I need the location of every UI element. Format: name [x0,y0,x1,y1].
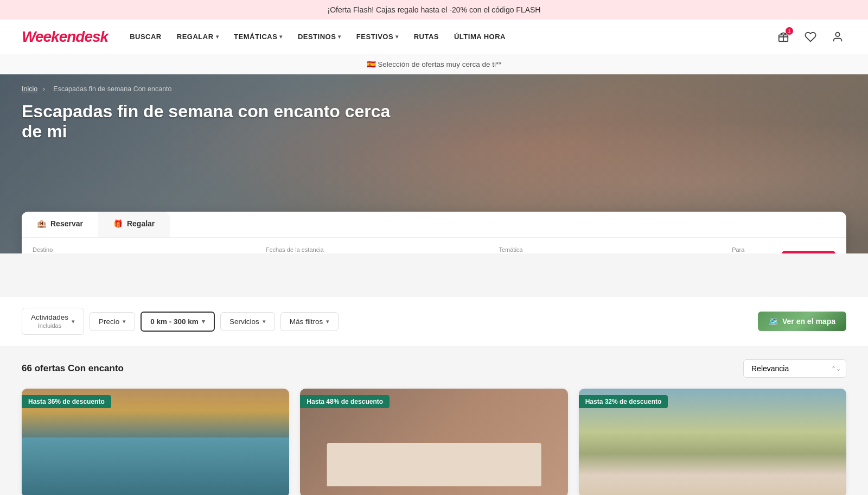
breadcrumb: Inicio › Escapadas fin de semana Con enc… [22,85,175,93]
filters-section: ActividadesIncluidas ▾ Precio ▾ 0 km - 3… [0,297,868,346]
offer-card[interactable]: Hasta 32% de descuento [579,389,846,495]
card-image-wrapper: Hasta 32% de descuento [579,389,846,495]
fechas-group: Fechas de la estancia 📅 Llegada – Salida [266,246,493,253]
chevron-down-icon: ▾ [263,318,266,325]
nav-item-buscar[interactable]: BUSCAR [130,33,162,41]
nav-icons: 1 [775,28,846,46]
flag-icon: 🇪🇸 [367,60,376,68]
discount-badge: Hasta 48% de descuento [300,395,390,408]
search-box: 🏨 Reservar 🎁 Regalar Destino 📍 A menos d… [22,212,846,253]
location-bar: 🇪🇸 Selección de ofertas muy cerca de ti*… [0,54,868,74]
account-button[interactable] [829,28,846,46]
wishlist-button[interactable] [802,28,819,46]
nav-item-festivos[interactable]: FESTIVOS ▾ [356,33,399,41]
results-section: 66 ofertas Con encanto Relevancia Precio… [0,346,868,495]
sort-wrapper: Relevancia Precio: menor a mayor Precio:… [743,359,846,378]
tab-reservar[interactable]: 🏨 Reservar [22,212,98,237]
filter-km-range[interactable]: 0 km - 300 km ▾ [141,312,215,332]
card-image-wrapper: Hasta 48% de descuento [300,389,567,495]
bed-decoration [327,443,541,486]
flash-banner: ¡Oferta Flash! Cajas regalo hasta el -20… [0,0,868,20]
nav-item-regalar[interactable]: REGALAR ▾ [177,33,219,41]
nav-item-tematicas[interactable]: TEMÁTICAS ▾ [234,33,283,41]
reservar-icon: 🏨 [37,219,46,228]
hero-title: Escapadas fin de semana con encanto cerc… [22,101,401,142]
para-group: Para 👥 2 [732,246,775,253]
tematica-label: Temática [499,246,725,253]
cart-badge: 1 [786,27,793,35]
map-icon: 🗺️ [769,317,778,326]
flash-banner-text: ¡Oferta Flash! Cajas regalo hasta el -20… [328,5,541,14]
chevron-down-icon: ▾ [123,318,126,325]
breadcrumb-current: Escapadas fin de semana Con encanto [53,85,171,93]
map-view-button[interactable]: 🗺️ Ver en el mapa [758,312,846,331]
logo[interactable]: Weekendesk [22,28,108,46]
cards-grid: Hasta 36% de descuento Hasta 48% de desc… [22,389,846,495]
destino-group: Destino 📍 A menos de 300km de Madrid [33,246,259,253]
filter-mas-filtros[interactable]: Más filtros ▾ [280,312,339,331]
breadcrumb-home[interactable]: Inicio [22,85,37,93]
chevron-down-icon: ▾ [279,34,283,40]
results-header: 66 ofertas Con encanto Relevancia Precio… [22,359,846,378]
para-label: Para [732,246,775,253]
chevron-down-icon: ▾ [326,318,329,325]
discount-badge: Hasta 32% de descuento [579,395,668,408]
chevron-down-icon: ▾ [72,318,75,325]
tab-regalar[interactable]: 🎁 Regalar [98,212,170,237]
offer-card[interactable]: Hasta 48% de descuento [300,389,567,495]
card-image-wrapper: Hasta 36% de descuento [22,389,289,495]
gift-button[interactable]: 1 [775,28,792,46]
svg-point-1 [835,32,839,36]
navigation: Weekendesk BUSCAR REGALAR ▾ TEMÁTICAS ▾ … [0,20,868,54]
chevron-down-icon: ▾ [395,34,399,40]
sort-select[interactable]: Relevancia Precio: menor a mayor Precio:… [743,359,846,378]
location-text: Selección de ofertas muy cerca de ti** [378,60,501,68]
search-tabs: 🏨 Reservar 🎁 Regalar [22,212,846,238]
nav-item-rutas[interactable]: RUTAS [414,33,439,41]
search-fields: Destino 📍 A menos de 300km de Madrid Fec… [22,238,846,253]
offer-card[interactable]: Hasta 36% de descuento [22,389,289,495]
filter-servicios[interactable]: Servicios ▾ [220,312,275,331]
buscar-button[interactable]: Buscar [782,251,835,253]
nav-links: BUSCAR REGALAR ▾ TEMÁTICAS ▾ DESTINOS ▾ … [130,33,775,41]
nav-item-ultima-hora[interactable]: ÚLTIMA HORA [454,33,506,41]
filter-precio[interactable]: Precio ▾ [90,312,135,331]
chevron-down-icon: ▾ [338,34,341,40]
regalar-icon: 🎁 [113,219,123,228]
chevron-down-icon: ▾ [202,318,205,325]
tematica-group: Temática ✨ Con encanto [499,246,725,253]
destino-label: Destino [33,246,259,253]
filter-actividades[interactable]: ActividadesIncluidas ▾ [22,308,84,335]
chevron-down-icon: ▾ [216,34,219,40]
breadcrumb-separator: › [43,85,47,93]
fechas-label: Fechas de la estancia [266,246,493,253]
results-count: 66 ofertas Con encanto [22,363,124,374]
pool-decoration [22,437,289,495]
discount-badge: Hasta 36% de descuento [22,395,111,408]
hero-section: Inicio › Escapadas fin de semana Con enc… [0,74,868,253]
nav-item-destinos[interactable]: DESTINOS ▾ [298,33,341,41]
